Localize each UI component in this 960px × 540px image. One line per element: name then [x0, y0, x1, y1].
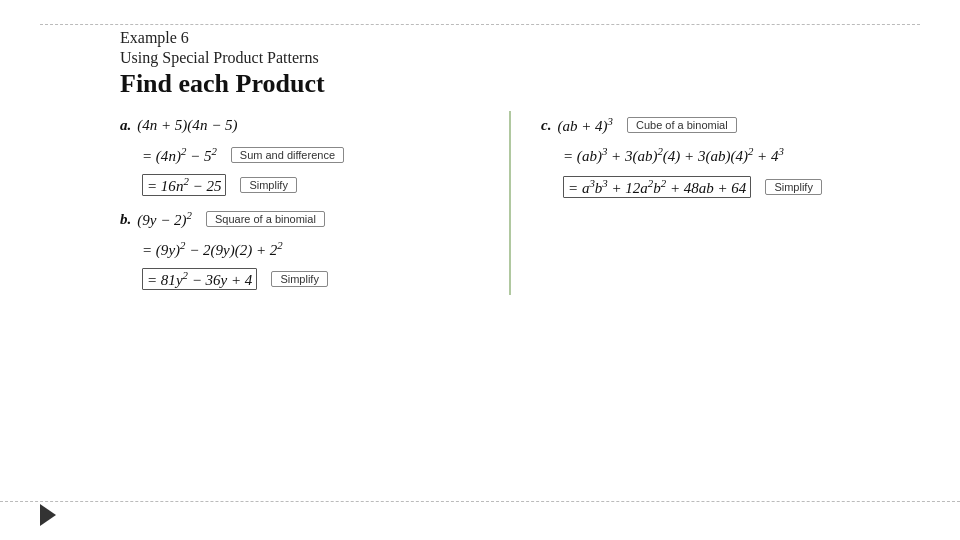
part-a-expr: (4n + 5)(4n − 5) — [137, 117, 237, 134]
part-c-label: c. — [541, 117, 551, 134]
example-label: Example 6 — [120, 29, 920, 47]
subtitle: Using Special Product Patterns — [120, 49, 920, 67]
part-c-step1: = (ab)3 + 3(ab)2(4) + 3(ab)(4)2 + 43 — [563, 145, 784, 165]
part-b-step2-row: = 81y2 − 36y + 4 Simplify — [120, 265, 499, 293]
part-c-step1-row: = (ab)3 + 3(ab)2(4) + 3(ab)(4)2 + 43 — [541, 141, 920, 169]
simplify-badge-a: Simplify — [240, 177, 297, 193]
simplify-badge-c: Simplify — [765, 179, 822, 195]
part-a-step1: = (4n)2 − 52 — [142, 145, 217, 165]
bottom-divider — [0, 501, 960, 502]
part-b-step1-row: = (9y)2 − 2(9y)(2) + 22 — [120, 235, 499, 263]
main-title: Find each Product — [120, 69, 920, 99]
part-c-result: = a3b3 + 12a2b2 + 48ab + 64 — [563, 176, 751, 198]
sum-and-difference-badge: Sum and difference — [231, 147, 344, 163]
part-a-step1-row: = (4n)2 − 52 Sum and difference — [120, 141, 499, 169]
play-arrow-icon[interactable] — [40, 504, 56, 526]
right-column: c. (ab + 4)3 Cube of a binomial = (ab)3 … — [511, 111, 920, 295]
simplify-badge-b: Simplify — [271, 271, 328, 287]
content-area: a. (4n + 5)(4n − 5) = (4n)2 − 52 Sum and… — [120, 111, 920, 295]
part-a-result: = 16n2 − 25 — [142, 174, 226, 196]
part-c-step2-row: = a3b3 + 12a2b2 + 48ab + 64 Simplify — [541, 173, 920, 201]
part-b-label: b. — [120, 211, 131, 228]
part-a-label: a. — [120, 117, 131, 134]
part-b-step1: = (9y)2 − 2(9y)(2) + 22 — [142, 239, 283, 259]
square-of-binomial-badge: Square of a binomial — [206, 211, 325, 227]
top-divider — [40, 24, 920, 25]
part-a-label-row: a. (4n + 5)(4n − 5) — [120, 111, 499, 139]
cube-of-binomial-badge: Cube of a binomial — [627, 117, 737, 133]
part-a-step2-row: = 16n2 − 25 Simplify — [120, 171, 499, 199]
part-c-label-row: c. (ab + 4)3 Cube of a binomial — [541, 111, 920, 139]
part-b-expr: (9y − 2)2 — [137, 209, 192, 229]
left-column: a. (4n + 5)(4n − 5) = (4n)2 − 52 Sum and… — [120, 111, 511, 295]
part-b-label-row: b. (9y − 2)2 Square of a binomial — [120, 205, 499, 233]
part-c-expr: (ab + 4)3 — [557, 115, 613, 135]
page: Example 6 Using Special Product Patterns… — [0, 0, 960, 540]
part-b-result: = 81y2 − 36y + 4 — [142, 268, 257, 290]
